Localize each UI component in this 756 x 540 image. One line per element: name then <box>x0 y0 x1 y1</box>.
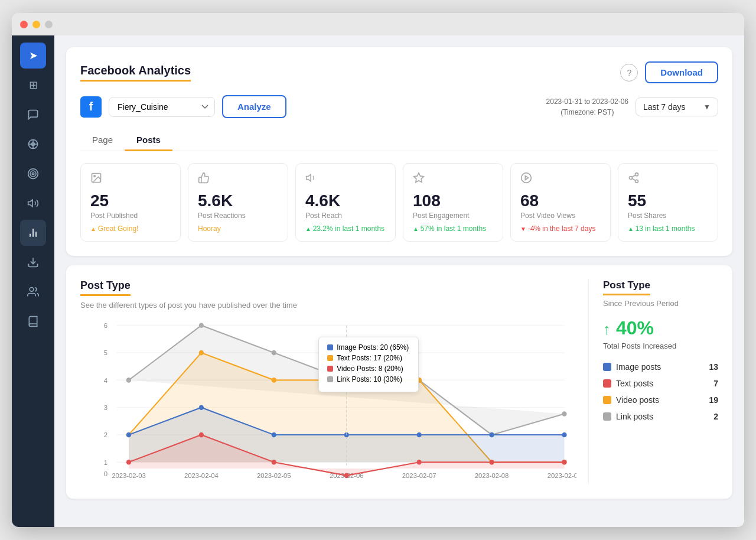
text-posts-label: Text posts <box>616 379 653 388</box>
svg-point-69 <box>126 460 131 465</box>
legend-section: Post Type Since Previous Period ↑ 40% To… <box>588 279 718 484</box>
text-posts-color <box>603 379 611 388</box>
svg-point-20 <box>630 176 633 179</box>
stat-label-published: Post Published <box>90 212 171 220</box>
link-posts-label: Link posts <box>616 412 653 421</box>
svg-text:2023-02-03: 2023-02-03 <box>112 471 146 479</box>
dashboard-icon[interactable]: ⊞ <box>20 72 46 98</box>
image-posts-count: 13 <box>709 362 718 372</box>
megaphone-stat-icon <box>305 172 386 187</box>
download-button[interactable]: Download <box>645 61 718 83</box>
stat-post-published: 25 Post Published Great Going! <box>80 163 181 242</box>
facebook-icon: f <box>80 96 102 118</box>
analytics-title: Facebook Analytics <box>80 64 191 82</box>
stat-engagement: 108 Post Engagement 57% in last 1 months <box>403 163 503 242</box>
svg-text:2023-02-04: 2023-02-04 <box>184 471 219 479</box>
download-sidebar-icon[interactable] <box>20 249 46 275</box>
minimize-button[interactable] <box>32 21 40 28</box>
stat-change-published: Great Going! <box>90 225 171 233</box>
link-posts-count: 2 <box>713 412 718 421</box>
svg-point-50 <box>272 350 276 355</box>
svg-text:0: 0 <box>104 470 107 477</box>
svg-point-63 <box>199 405 204 410</box>
stat-label-video-views: Post Video Views <box>520 212 601 220</box>
text-posts-count: 7 <box>713 379 718 388</box>
close-button[interactable] <box>20 21 28 28</box>
legend-image-posts: Image posts 13 <box>603 362 718 372</box>
svg-point-21 <box>636 180 638 183</box>
svg-point-12 <box>30 288 34 292</box>
analytics-icon[interactable] <box>20 220 46 246</box>
svg-text:2: 2 <box>104 431 107 438</box>
stat-video-views: 68 Post Video Views -4% in the last 7 da… <box>510 163 611 242</box>
period-label: Last 7 days <box>643 102 700 112</box>
stat-value-shares: 55 <box>628 191 708 210</box>
community-icon[interactable] <box>20 279 46 305</box>
stat-label-reactions: Post Reactions <box>198 212 278 220</box>
chart-container: Image Posts: 20 (65%) Text Posts: 17 (20… <box>80 319 576 484</box>
svg-marker-18 <box>525 175 528 180</box>
help-icon[interactable]: ? <box>620 64 638 82</box>
svg-point-66 <box>417 432 422 437</box>
analyze-button[interactable]: Analyze <box>222 95 286 118</box>
svg-text:2023-02-09: 2023-02-09 <box>548 471 576 479</box>
image-posts-label: Image posts <box>616 362 661 372</box>
svg-marker-7 <box>28 200 33 207</box>
svg-point-57 <box>272 378 276 383</box>
svg-point-75 <box>562 460 566 465</box>
messages-icon[interactable] <box>20 102 46 128</box>
stat-reactions: 5.6K Post Reactions Hooray <box>188 163 288 242</box>
toolbar-row: f Fiery_Cuisine Analyze 2023-01-31 to 20… <box>80 95 718 118</box>
stat-shares: 55 Post Shares 13 in last 1 months <box>618 163 718 242</box>
percentage-change: ↑ 40% <box>603 317 718 339</box>
stat-change-shares: 13 in last 1 months <box>628 225 708 233</box>
stat-value-published: 25 <box>90 191 171 210</box>
legend-text-posts: Text posts 7 <box>603 379 718 388</box>
target-icon[interactable] <box>20 161 46 187</box>
stat-reach: 4.6K Post Reach 23.2% in last 1 months <box>295 163 396 242</box>
star-icon <box>413 172 493 187</box>
chevron-down-icon: ▼ <box>703 103 711 111</box>
tab-page[interactable]: Page <box>80 130 125 151</box>
main-content: Facebook Analytics ? Download f Fiery_Cu… <box>54 35 744 527</box>
megaphone-icon[interactable] <box>20 190 46 216</box>
analytics-header: Facebook Analytics ? Download <box>80 61 718 83</box>
svg-point-70 <box>199 432 204 437</box>
svg-point-19 <box>636 173 638 175</box>
video-posts-color <box>603 396 611 404</box>
image-posts-color <box>603 363 611 371</box>
up-arrow-icon: ↑ <box>603 320 611 338</box>
legend-video-posts: Video posts 19 <box>603 395 718 405</box>
stat-change-reach: 23.2% in last 1 months <box>305 225 386 233</box>
svg-point-48 <box>126 378 131 383</box>
svg-point-72 <box>344 473 349 478</box>
video-posts-label: Video posts <box>616 395 659 405</box>
svg-marker-15 <box>307 174 311 181</box>
svg-line-23 <box>632 175 636 177</box>
analytics-card: Facebook Analytics ? Download f Fiery_Cu… <box>66 47 732 256</box>
titlebar <box>12 13 744 35</box>
svg-point-64 <box>272 432 276 437</box>
period-select[interactable]: Last 7 days ▼ <box>636 97 718 116</box>
stat-label-shares: Post Shares <box>628 212 708 220</box>
account-select[interactable]: Fiery_Cuisine <box>109 97 215 117</box>
tab-posts[interactable]: Posts <box>125 130 172 151</box>
share-icon <box>628 172 708 187</box>
svg-marker-16 <box>414 173 424 182</box>
svg-point-68 <box>562 432 566 437</box>
network-icon[interactable] <box>20 131 46 157</box>
video-posts-count: 19 <box>709 395 718 405</box>
library-icon[interactable] <box>20 308 46 334</box>
navigation-icon[interactable]: ➤ <box>20 43 46 69</box>
post-type-card: Post Type See the different types of pos… <box>66 265 732 499</box>
chart-svg: 6 5 4 3 2 1 0 2023-02-03 2023-02-04 20 <box>80 319 576 484</box>
stat-label-reach: Post Reach <box>305 212 386 220</box>
legend-subtitle: Since Previous Period <box>603 299 718 308</box>
legend-link-posts: Link posts 2 <box>603 412 718 421</box>
svg-point-73 <box>417 460 422 465</box>
svg-text:3: 3 <box>104 404 107 411</box>
stat-label-engagement: Post Engagement <box>413 212 493 220</box>
chart-section: Post Type See the different types of pos… <box>80 279 588 484</box>
maximize-button[interactable] <box>45 21 53 28</box>
total-posts-label: Total Posts Increased <box>603 341 718 350</box>
